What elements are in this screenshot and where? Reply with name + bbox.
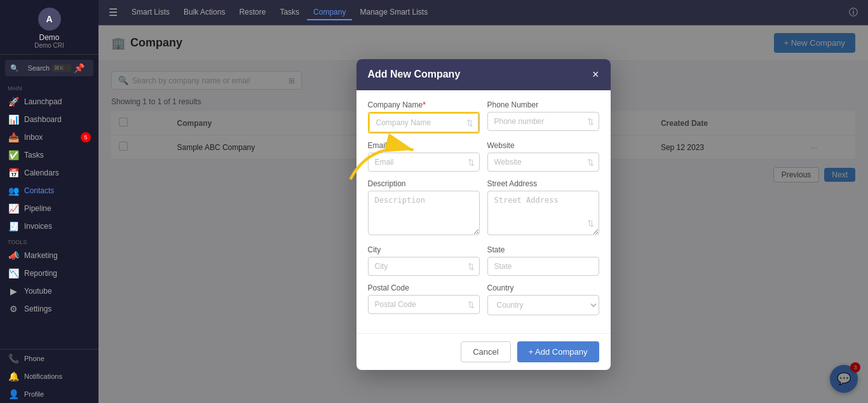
sidebar-label-inbox: Inbox [24,133,43,142]
topnav-items: Smart ListsBulk ActionsRestoreTasksCompa… [125,5,844,20]
street-input[interactable] [487,191,599,235]
cancel-button[interactable]: Cancel [461,341,510,362]
sidebar-label-invoices: Invoices [24,222,52,231]
sidebar-icon-contacts: 👥 [8,186,19,196]
postal-input[interactable] [368,295,480,314]
sidebar-icon-notifications: 🔔 [8,371,19,381]
sidebar-item-reporting[interactable]: 📉Reporting [0,264,98,282]
page-content: 🏢 Company + New Company 🔍 ⊞ Showing 1 to… [98,25,868,403]
sidebar-bottom-items: 📞Phone🔔Notifications👤Profile [0,350,98,403]
sidebar-item-youtube[interactable]: ▶Youtube [0,282,98,300]
sidebar-badge-inbox: 5 [81,132,91,142]
email-group: Email ⇅ [368,141,480,172]
main-content: ☰ Smart ListsBulk ActionsRestoreTasksCom… [98,0,868,403]
sidebar-icon-settings: ⚙ [8,304,19,314]
help-icon[interactable]: ⓘ [849,7,858,18]
topnav-item-restore[interactable]: Restore [233,5,272,20]
topnav-item-smart-lists[interactable]: Smart Lists [125,5,176,20]
phone-label: Phone Number [487,100,599,109]
description-group: Description [368,179,480,238]
form-row-5: Postal Code ⇅ Country Country United Sta… [368,283,599,315]
city-group: City ⇅ [368,245,480,276]
sidebar-tools-items: 📣Marketing📉Reporting▶Youtube⚙Settings [0,247,98,318]
sidebar-item-launchpad[interactable]: 🚀Launchpad [0,93,98,111]
modal-overlay[interactable]: Add New Company × Company Name* ⇅ [98,25,868,403]
sidebar-item-phone[interactable]: 📞Phone [0,350,98,367]
sidebar-item-pipeline[interactable]: 📈Pipeline [0,200,98,217]
search-label: Search [27,64,50,72]
sidebar-icon-tasks: ✅ [8,150,19,160]
state-input[interactable] [487,257,599,276]
state-label: State [487,245,599,254]
website-input[interactable] [487,153,599,172]
phone-icon: ⇅ [587,116,594,126]
sidebar-item-invoices[interactable]: 🧾Invoices [0,217,98,235]
website-input-wrap: ⇅ [487,153,599,172]
postal-group: Postal Code ⇅ [368,283,480,315]
email-input[interactable] [368,153,480,172]
add-company-modal: Add New Company × Company Name* ⇅ [356,59,611,370]
sidebar-logo: A [38,8,61,31]
sidebar-icon-youtube: ▶ [8,286,19,296]
sidebar-icon-inbox: 📥 [8,132,19,142]
sidebar: A Demo Demo CRI 🔍 Search ⌘K 📌 Main 🚀Laun… [0,0,98,403]
pin-icon: 📌 [74,63,88,73]
sidebar-item-tasks[interactable]: ✅Tasks [0,146,98,164]
website-group: Website ⇅ [487,141,599,172]
postal-input-wrap: ⇅ [368,295,480,314]
sidebar-item-contacts[interactable]: 👥Contacts [0,182,98,200]
city-input[interactable] [368,257,480,276]
topnav-item-manage-smart-lists[interactable]: Manage Smart Lists [353,5,434,20]
modal-footer: Cancel + Add Company [356,333,611,370]
city-icon: ⇅ [468,261,475,271]
company-name-input[interactable] [369,113,478,132]
tools-section-label: Tools [0,235,98,247]
topnav-item-tasks[interactable]: Tasks [273,5,306,20]
street-input-wrap: ⇅ [487,191,599,238]
topnav-item-company[interactable]: Company [307,5,352,20]
email-input-wrap: ⇅ [368,153,480,172]
search-shortcut: ⌘K [52,64,71,72]
phone-group: Phone Number ⇅ [487,100,599,133]
sidebar-item-notifications[interactable]: 🔔Notifications [0,367,98,385]
hamburger-icon[interactable]: ☰ [109,6,118,18]
sidebar-label-calendars: Calendars [24,168,59,177]
sidebar-icon-phone: 📞 [8,353,19,364]
search-icon: 🔍 [10,64,25,72]
sidebar-item-marketing[interactable]: 📣Marketing [0,247,98,264]
topnav-item-bulk-actions[interactable]: Bulk Actions [177,5,231,20]
sidebar-icon-profile: 👤 [8,389,19,399]
sidebar-item-inbox[interactable]: 📥Inbox5 [0,128,98,146]
modal-header: Add New Company × [356,59,611,90]
company-name-label: Company Name* [368,100,480,109]
sidebar-demo-section[interactable]: Demo Demo CRI [0,31,98,55]
sidebar-label-notifications: Notifications [24,372,62,380]
email-icon: ⇅ [468,157,475,167]
website-label: Website [487,141,599,150]
form-row-3: Description Street Address ⇅ [368,179,599,238]
country-select[interactable]: Country United States Canada United King… [487,295,599,315]
description-input[interactable] [368,191,480,235]
sidebar-icon-reporting: 📉 [8,268,19,278]
demo-name: Demo [5,33,93,42]
sidebar-item-profile[interactable]: 👤Profile [0,385,98,403]
modal-close-button[interactable]: × [592,68,599,81]
postal-icon: ⇅ [468,299,475,309]
sidebar-label-contacts: Contacts [24,186,54,195]
company-name-icon: ⇅ [466,118,473,127]
add-company-button[interactable]: + Add Company [517,341,599,362]
country-label: Country [487,283,599,292]
sidebar-item-settings[interactable]: ⚙Settings [0,300,98,318]
main-section-label: Main [0,81,98,93]
form-row-2: Email ⇅ Website ⇅ [368,141,599,172]
sidebar-label-profile: Profile [24,390,44,398]
sidebar-label-dashboard: Dashboard [24,115,62,124]
sidebar-icon-invoices: 🧾 [8,221,19,231]
phone-input[interactable] [487,112,599,131]
sidebar-search[interactable]: 🔍 Search ⌘K 📌 [5,60,93,76]
country-group: Country Country United States Canada Uni… [487,283,599,315]
sidebar-item-calendars[interactable]: 📅Calendars [0,164,98,182]
sidebar-item-dashboard[interactable]: 📊Dashboard [0,111,98,128]
phone-input-wrap: ⇅ [487,112,599,131]
street-label: Street Address [487,179,599,188]
